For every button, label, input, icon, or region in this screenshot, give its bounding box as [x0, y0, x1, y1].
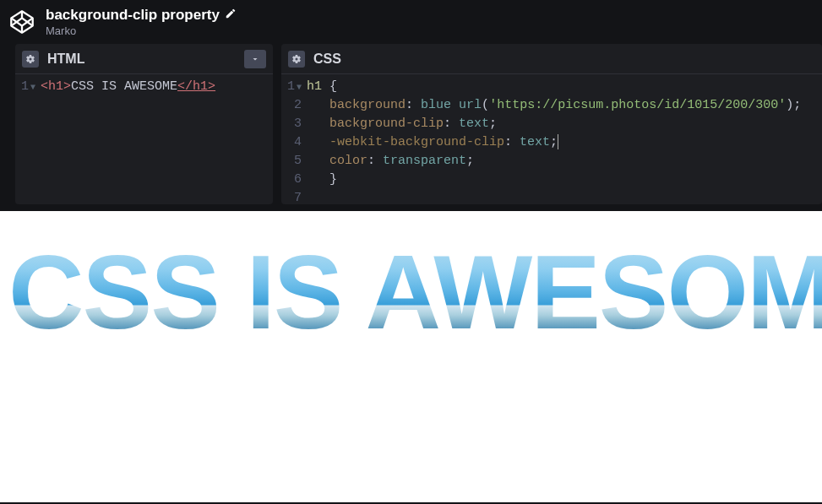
code-lines-css: h1 { background: blue url('https://picsu…: [307, 74, 801, 204]
editors-row: HTML 1▼ <h1>CSS IS AWESOME</h1> CSS 1▼ 2…: [0, 44, 822, 204]
collapse-button-html[interactable]: [244, 50, 266, 68]
gear-icon: [25, 54, 35, 64]
pen-title-text: background-clip property: [46, 7, 220, 24]
codepen-logo-icon[interactable]: [8, 8, 35, 35]
app-header: background-clip property Marko: [0, 0, 822, 44]
panel-header-css: CSS: [281, 44, 822, 74]
settings-button-html[interactable]: [22, 51, 39, 68]
code-lines-html: <h1>CSS IS AWESOME</h1>: [41, 74, 215, 204]
gear-icon: [291, 54, 302, 64]
code-editor-html[interactable]: 1▼ <h1>CSS IS AWESOME</h1>: [15, 74, 273, 204]
pen-title[interactable]: background-clip property: [46, 7, 237, 24]
chevron-down-icon: [250, 54, 260, 64]
preview-heading: CSS IS AWESOME: [8, 240, 822, 344]
pen-author[interactable]: Marko: [46, 24, 237, 37]
code-editor-css[interactable]: 1▼ 2 3 4 5 6 7 h1 { background: blue url…: [281, 74, 822, 204]
text-cursor: [558, 134, 558, 149]
gutter-css: 1▼ 2 3 4 5 6 7: [281, 74, 307, 204]
panel-header-html: HTML: [15, 44, 273, 74]
panel-title-html: HTML: [47, 51, 236, 67]
gutter-html: 1▼: [15, 74, 41, 204]
pen-meta: background-clip property Marko: [46, 7, 237, 37]
panel-html: HTML 1▼ <h1>CSS IS AWESOME</h1>: [15, 44, 273, 204]
pencil-icon[interactable]: [225, 7, 237, 24]
panel-css: CSS 1▼ 2 3 4 5 6 7 h1 { background: blue…: [281, 44, 822, 204]
panel-title-css: CSS: [313, 51, 815, 67]
settings-button-css[interactable]: [288, 51, 305, 68]
result-preview[interactable]: CSS IS AWESOME: [0, 211, 822, 502]
